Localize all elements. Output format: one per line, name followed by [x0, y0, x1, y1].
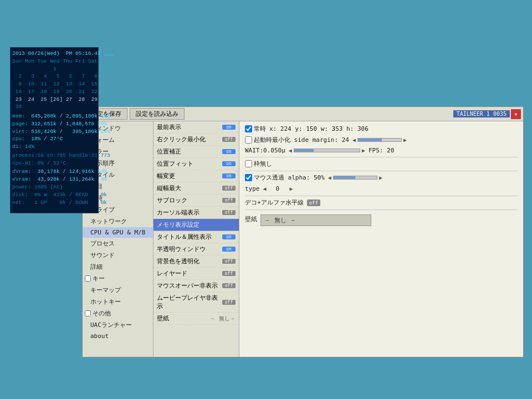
nav-item-cpu[interactable]: CPU & GPU & M/B	[83, 227, 153, 238]
nav-item-hotkey[interactable]: ホットキー	[83, 296, 153, 308]
nav-item-keymap[interactable]: キーマップ	[83, 284, 153, 296]
menu-item-always-top[interactable]: 最前表示 on	[154, 121, 239, 134]
terminal-cal-row-0: 1	[12, 65, 96, 73]
slider-left-arrow[interactable]: ◀	[352, 137, 356, 143]
terminal-stat-mem: mem: 645,208k / 2,095,180k 30%	[12, 112, 96, 120]
settings-right: 常時 x: 224 y: 150 w: 353 h: 306 起動時最小化 si…	[239, 121, 523, 357]
terminal-cal-header: Sun Mon Tue Wed Thu Fri Sat	[12, 58, 96, 65]
terminal-stat-virt: virt: 516,420k / 395,180k 24%	[12, 128, 96, 136]
terminal-cal-row-1: 2 3 4 5 6 7 8	[12, 73, 96, 80]
terminal-window: 2013 06/26(Wed) PM 05:16.42 ___ Sun Mon …	[10, 47, 99, 213]
row-frameless: 枠無し	[245, 160, 518, 168]
terminal-stat-cpu: cpu: 18% / 27°C	[12, 135, 96, 143]
app-title: TAILNEER 1 0035	[453, 110, 510, 117]
nav-group-key: キー	[83, 273, 153, 284]
row-wallpaper: 壁紙 － 無し －	[245, 212, 518, 226]
row-layer: type ◀ 0 ▶	[245, 185, 518, 193]
mouse-transparent-checkbox[interactable]	[245, 174, 252, 181]
menu-item-wallpaper[interactable]: 壁紙 － 無し－	[154, 313, 239, 325]
wait-slider-right[interactable]: ▶	[362, 147, 365, 154]
startup-slider-fill	[358, 139, 382, 141]
terminal-cal-row-4: 23 24 25 [26] 27 28 29	[12, 96, 96, 104]
row-wait: WAIT:0.050μ ◀ ▶ FPS: 20	[245, 147, 518, 154]
terminal-cal-row-2: 9 10 11 12 13 14 15	[12, 80, 96, 88]
other-checkbox[interactable]	[85, 310, 91, 316]
alpha-slider-left[interactable]: ◀	[328, 175, 331, 181]
wait-slider-track[interactable]	[294, 149, 360, 152]
checkbox-always-top: 常時	[245, 125, 266, 133]
close-button[interactable]: ×	[511, 109, 521, 119]
terminal-stat-evram: eVram: 43,920k / 131,264k 4%	[12, 176, 96, 183]
divider-2	[245, 171, 518, 171]
middle-menu: 最前表示 on 右クリック最小化 off 位置補正 on 位置フィット on 幅…	[154, 121, 239, 357]
terminal-stat-disk: disk: 0% W 419k / READ 0k	[12, 191, 96, 199]
nav-item-process[interactable]: プロセス	[83, 238, 153, 249]
wait-slider-left[interactable]: ◀	[289, 147, 292, 154]
nav-item-about[interactable]: about	[83, 331, 153, 341]
menu-item-width-change[interactable]: 幅変更 on	[154, 170, 239, 182]
always-top-checkbox[interactable]	[245, 125, 252, 132]
menu-item-cursor-edge[interactable]: カーソル端表示 off	[154, 207, 239, 219]
layer-right-arrow[interactable]: ▶	[290, 186, 293, 192]
terminal-stat-d1: d1: 14%	[12, 143, 96, 151]
layer-left-arrow[interactable]: ◀	[263, 186, 267, 192]
panel-header: 設定を保存 設定を読み込み TAILNEER 1 0035 ×	[83, 107, 523, 121]
menu-item-transparent-win[interactable]: 半透明ウィンドウ on	[154, 243, 239, 255]
row-startup-min: 起動時最小化 side margin: 24 ◀ ▶	[245, 136, 518, 144]
load-button[interactable]: 設定を読み込み	[130, 108, 185, 120]
terminal-date: 2013 06/26(Wed) PM 05:16.42 ___	[12, 50, 96, 58]
terminal-cal-row-3: 16 17 18 19 20 21 22	[12, 88, 96, 96]
key-checkbox[interactable]	[85, 275, 91, 282]
alpha-slider-track[interactable]	[333, 176, 377, 180]
alpha-slider-right[interactable]: ▶	[379, 175, 382, 181]
menu-item-right-click-min[interactable]: 右クリック最小化 off	[154, 134, 239, 146]
terminal-stat-page: page: 312,651k / 1,048,576 29%	[12, 120, 96, 128]
menu-item-title-attr[interactable]: タイトル＆属性表示 on	[154, 231, 239, 243]
slider-right-arrow[interactable]: ▶	[403, 137, 407, 143]
wait-slider-fill	[294, 149, 314, 152]
title-right: TAILNEER 1 0035 ×	[453, 109, 521, 119]
nav-item-sound[interactable]: サウンド	[83, 249, 153, 261]
menu-item-mouseover-hide[interactable]: マウスオーバー非表示 off	[154, 280, 239, 292]
terminal-stat-dvram: dVram: 30,178k / 124,916k 24%	[12, 168, 96, 176]
menu-item-height-max[interactable]: 縦幅最大 off	[154, 182, 239, 195]
settings-panel: 設定を保存 設定を読み込み TAILNEER 1 0035 × ウィンドウ フォ…	[82, 106, 524, 357]
terminal-stat-power: power: 100% (AC)	[12, 183, 96, 191]
terminal-stat-net: net: 1 UP 0k / DOWN 0k	[12, 199, 96, 207]
menu-item-pos-fix[interactable]: 位置補正 on	[154, 146, 239, 158]
menu-item-sub-lock[interactable]: サブロック off	[154, 195, 239, 207]
nav-item-network[interactable]: ネットワーク	[83, 216, 153, 227]
nav-group-other: その他	[83, 308, 153, 319]
row-deco-alpha: デコ+アルファ水平線 off	[245, 198, 518, 207]
frameless-checkbox[interactable]	[245, 160, 252, 167]
terminal-stat-process: process:56 th:785 handle:21,773	[12, 152, 96, 160]
divider-1	[245, 157, 518, 157]
startup-slider-track[interactable]	[357, 138, 402, 142]
nav-item-uac[interactable]: UACランチャー	[83, 319, 153, 331]
terminal-cal-row-5: 30	[12, 103, 96, 111]
menu-item-movie-hide[interactable]: ムービープレイヤ非表示 off	[154, 292, 239, 313]
menu-item-bg-transparent[interactable]: 背景色を透明化 off	[154, 255, 239, 268]
menu-item-pos-fit[interactable]: 位置フィット on	[154, 158, 239, 170]
panel-content: ウィンドウ フォーム カラー 表示順序 スタイル 項目 日時 ドライブ ネットワ…	[83, 121, 523, 357]
wallpaper-value[interactable]: － 無し －	[260, 214, 371, 226]
row-mouse-transparent: マウス透過 alpha: 50% ◀ ▶	[245, 173, 518, 182]
row-always-top: 常時 x: 224 y: 150 w: 353 h: 306	[245, 125, 518, 133]
menu-item-memory-display[interactable]: メモリ表示設定	[154, 219, 239, 231]
terminal-stat-cpu-n1: cpu-N1: 0% / 52°C	[12, 160, 96, 167]
startup-min-checkbox[interactable]	[245, 136, 252, 144]
divider-3	[245, 196, 518, 196]
menu-item-layered[interactable]: レイヤード off	[154, 268, 239, 280]
alpha-slider-fill	[334, 176, 355, 179]
divider-4	[245, 209, 518, 210]
nav-item-detail[interactable]: 詳細	[83, 261, 153, 273]
